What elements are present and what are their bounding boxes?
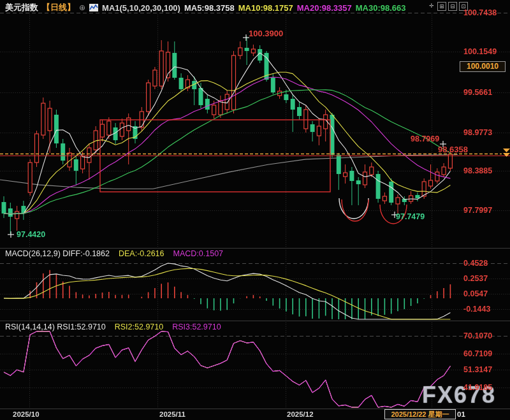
resistance-price-annotation: 98.7969 <box>411 134 439 143</box>
y-axis-price-label: 97.7997 <box>463 206 492 215</box>
y-axis-macd-label: 0.4528 <box>463 259 488 268</box>
rsi3-label: RSI3:52.9710 <box>172 322 221 331</box>
rsi1-label: RSI(14,14,14) RSI1:52.9710 <box>5 322 106 331</box>
price-chart-canvas[interactable] <box>0 0 510 420</box>
cursor-date-extra: 01 <box>457 410 465 418</box>
last-price-annotation: 98.6358 <box>438 145 468 154</box>
cursor-date-box: 2025/12/22 星期一 <box>384 409 456 419</box>
y-axis-macd-label: -0.1443 <box>463 305 490 314</box>
price-level-box: 100.0010 <box>460 61 506 72</box>
y-axis-price-label: 98.9773 <box>463 128 492 137</box>
ma20-value: MA20:98.3357 <box>297 3 352 13</box>
move-icon[interactable]: ✛ <box>428 2 435 10</box>
rsi2-label: RSI2:52.9710 <box>115 322 163 331</box>
y-axis-rsi-label: 51.3147 <box>463 365 492 374</box>
swing-low-annotation: 97.7479 <box>396 212 425 221</box>
x-axis-date-label: 2025/11 <box>159 410 186 418</box>
pane-grid-icon[interactable]: ⊞ <box>437 2 446 11</box>
macd-indicator-row: MACD(26,12,9) DIFF:-0.1862 DEA:-0.2616 M… <box>5 249 223 258</box>
ma5-value: MA5:98.3758 <box>184 3 235 13</box>
symbol-title: 美元指数 <box>5 2 38 13</box>
y-axis-price-label: 99.5661 <box>463 88 492 97</box>
chart-type-icon[interactable] <box>89 4 98 11</box>
x-axis-date-label: 2025/12 <box>287 410 314 418</box>
y-axis-rsi-label: 70.1070 <box>463 331 492 340</box>
y-axis-price-label: 100.7438 <box>463 8 497 17</box>
y-axis-price-label: 98.3885 <box>463 166 492 175</box>
header-toolbar: ✛⊞⊟⊡ <box>428 2 468 11</box>
ma-group-label: MA1(5,10,20,30,100) <box>102 3 180 13</box>
y-axis-rsi-label: 41.9185 <box>463 383 492 392</box>
x-axis-date-label: 2025/10 <box>13 410 40 418</box>
chart-app-window: 美元指数 【日线】 ⊕ MA1(5,10,20,30,100) MA5:98.3… <box>0 0 510 420</box>
y-axis-price-label: 100.1549 <box>463 47 497 56</box>
ma30-value: MA30:98.663 <box>356 3 406 13</box>
chart-header: 美元指数 【日线】 ⊕ MA1(5,10,20,30,100) MA5:98.3… <box>5 2 405 13</box>
macd-diff-label: MACD(26,12,9) DIFF:-0.1862 <box>5 249 110 258</box>
ma10-value: MA10:98.1757 <box>238 3 293 13</box>
y-axis-macd-label: 0.0547 <box>463 289 488 298</box>
low-price-annotation: 97.4420 <box>17 230 45 239</box>
high-price-annotation: 100.3900 <box>249 29 283 38</box>
timeframe-tag[interactable]: 【日线】 <box>42 2 75 13</box>
macd-dea-label: DEA:-0.2616 <box>119 249 164 258</box>
y-axis-macd-label: 0.2537 <box>463 274 488 283</box>
add-indicator-icon[interactable]: ⊕ <box>79 3 85 12</box>
macd-value-label: MACD:0.1507 <box>173 249 224 258</box>
y-axis-rsi-label: 60.7109 <box>463 349 492 358</box>
pane-split-icon[interactable]: ⊟ <box>448 2 457 11</box>
rsi-indicator-row: RSI(14,14,14) RSI1:52.9710 RSI2:52.9710 … <box>5 322 221 331</box>
